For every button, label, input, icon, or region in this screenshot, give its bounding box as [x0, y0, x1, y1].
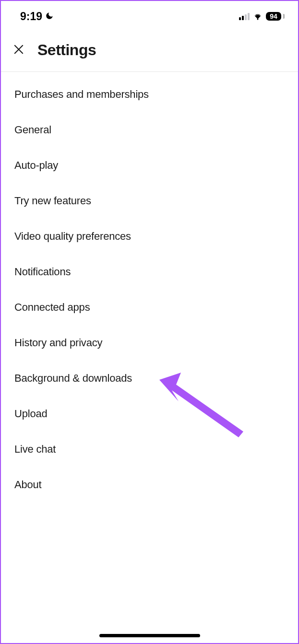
page-title: Settings — [37, 41, 96, 59]
menu-item-background-downloads[interactable]: Background & downloads — [1, 361, 298, 396]
battery-level: 94 — [266, 12, 281, 21]
wifi-icon — [252, 12, 263, 20]
battery-tip-icon — [283, 14, 285, 19]
menu-item-history-privacy[interactable]: History and privacy — [1, 325, 298, 361]
menu-item-general[interactable]: General — [1, 112, 298, 148]
menu-item-try-new-features[interactable]: Try new features — [1, 183, 298, 219]
menu-item-notifications[interactable]: Notifications — [1, 254, 298, 290]
menu-item-live-chat[interactable]: Live chat — [1, 432, 298, 467]
menu-item-video-quality[interactable]: Video quality preferences — [1, 219, 298, 254]
home-indicator[interactable] — [99, 634, 200, 637]
dnd-moon-icon — [45, 10, 54, 23]
menu-item-purchases[interactable]: Purchases and memberships — [1, 77, 298, 112]
menu-item-autoplay[interactable]: Auto-play — [1, 148, 298, 183]
status-bar: 9:19 94 — [1, 1, 298, 29]
menu-item-upload[interactable]: Upload — [1, 396, 298, 432]
status-time: 9:19 — [20, 10, 42, 23]
settings-menu: Purchases and memberships General Auto-p… — [1, 72, 298, 507]
close-icon — [12, 43, 25, 58]
close-button[interactable] — [12, 43, 26, 58]
cellular-signal-icon — [239, 12, 250, 20]
status-right-group: 94 — [239, 12, 285, 21]
page-header: Settings — [1, 29, 298, 72]
menu-item-connected-apps[interactable]: Connected apps — [1, 290, 298, 325]
menu-item-about[interactable]: About — [1, 467, 298, 503]
status-time-group: 9:19 — [20, 10, 54, 23]
